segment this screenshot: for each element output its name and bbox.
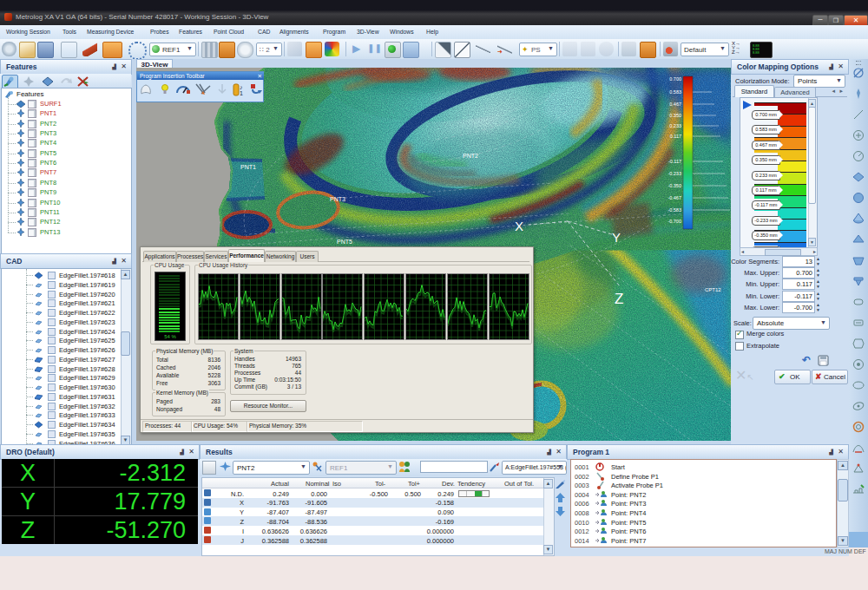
svg-text:0.467: 0.467	[669, 102, 681, 107]
svg-text:-0.467: -0.467	[667, 195, 681, 200]
svg-text:PNT1: PNT1	[240, 164, 256, 170]
svg-text:Y: Y	[612, 230, 621, 245]
svg-text:-0.583: -0.583	[667, 207, 681, 213]
svg-text:0.117: 0.117	[670, 134, 681, 139]
svg-text:-0.700: -0.700	[667, 219, 681, 224]
svg-text:PNT3: PNT3	[330, 196, 345, 202]
svg-text:-0.350: -0.350	[667, 183, 681, 188]
svg-text:♪: ♪	[240, 84, 243, 90]
svg-text:PNT2: PNT2	[463, 153, 478, 159]
svg-text:1: 1	[240, 90, 243, 96]
svg-text:0.700: 0.700	[669, 76, 681, 82]
svg-text:0.350: 0.350	[669, 113, 681, 118]
svg-text:0.233: 0.233	[669, 123, 681, 128]
svg-text:-0.117: -0.117	[668, 159, 681, 164]
svg-text:Z: Z	[615, 291, 623, 307]
svg-text:PNT5: PNT5	[337, 239, 352, 245]
svg-text:CPT12: CPT12	[705, 287, 721, 292]
svg-text:0.583: 0.583	[669, 89, 681, 95]
svg-text:X: X	[515, 219, 523, 233]
svg-text:-0.233: -0.233	[667, 171, 681, 176]
